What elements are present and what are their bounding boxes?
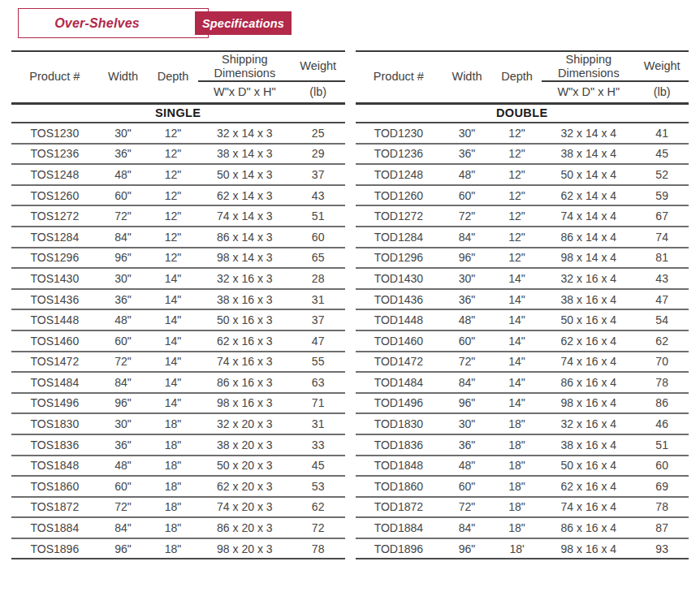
table-cell: TOS1472: [11, 352, 98, 373]
col-header-product: Product #: [11, 51, 98, 103]
table-cell: 14": [148, 393, 198, 414]
col-header-weight: Weight: [292, 51, 345, 81]
table-cell: 12": [492, 144, 542, 165]
table-cell: 60": [98, 330, 149, 352]
table-cell: 50 x 14 x 4: [542, 164, 635, 185]
table-cell: 30": [442, 123, 492, 144]
col-header-shipping-dimensions: Shipping Dimensions: [542, 51, 635, 81]
table-cell: 12": [492, 185, 542, 206]
table-cell: 86 x 14 x 4: [542, 227, 635, 248]
table-cell: 86 x 14 x 3: [198, 227, 292, 248]
table-cell: 32 x 16 x 4: [542, 268, 635, 289]
table-row: TOD184848"18"50 x 16 x 460: [356, 456, 689, 477]
table-cell: 31: [292, 289, 345, 310]
table-cell: 62 x 14 x 4: [542, 185, 635, 206]
col-subheader-dimensions-units: W"x D" x H": [198, 81, 292, 103]
table-cell: 14": [148, 309, 198, 330]
col-header-width: Width: [98, 51, 149, 103]
table-cell: 52: [635, 164, 689, 185]
table-cell: 74 x 16 x 3: [198, 352, 292, 373]
table-cell: 72": [442, 205, 492, 227]
table-cell: 37: [292, 164, 345, 185]
table-cell: 60": [442, 185, 492, 206]
category-label: Over-Shelves: [54, 16, 172, 31]
table-row: TOD146060"14"62 x 16 x 462: [356, 330, 689, 352]
table-cell: TOS1230: [11, 123, 98, 144]
page-header: Over-Shelves Specifications: [0, 0, 700, 47]
table-cell: 48": [98, 309, 149, 330]
table-cell: TOS1236: [11, 144, 98, 165]
table-cell: TOS1272: [11, 205, 98, 227]
table-cell: 32 x 14 x 3: [198, 123, 292, 144]
table-cell: 84": [442, 517, 492, 538]
col-header-depth: Depth: [492, 51, 542, 103]
table-cell: 45: [292, 456, 345, 477]
table-row: TOS127272"12"74 x 14 x 351: [11, 205, 345, 227]
tab-specifications[interactable]: Specifications: [195, 11, 292, 35]
table-cell: 14": [492, 309, 542, 330]
table-cell: 18": [492, 434, 542, 456]
table-cell: 84": [98, 372, 149, 393]
table-cell: 30": [98, 123, 149, 144]
table-row: TOS148484"14"86 x 16 x 363: [11, 372, 345, 393]
table-cell: 30": [98, 413, 149, 434]
table-cell: TOD1248: [356, 164, 443, 185]
table-cell: 32 x 16 x 3: [198, 268, 292, 289]
table-row: TOS126060"12"62 x 14 x 343: [11, 185, 345, 206]
table-row: TOD183030"18"32 x 16 x 446: [356, 413, 689, 434]
table-cell: 50 x 16 x 3: [198, 309, 292, 330]
table-row: TOD148484"14"86 x 16 x 478: [356, 372, 689, 393]
table-cell: 18": [492, 456, 542, 477]
table-cell: 30": [98, 268, 149, 289]
table-cell: TOD1436: [356, 289, 443, 310]
table-cell: 18": [492, 413, 542, 434]
col-header-product: Product #: [356, 51, 443, 103]
table-cell: TOD1448: [356, 309, 443, 330]
table-cell: 43: [292, 185, 345, 206]
table-cell: 38 x 16 x 3: [198, 289, 292, 310]
table-cell: 87: [635, 517, 689, 538]
table-cell: 72": [98, 205, 149, 227]
table-cell: TOS1284: [11, 227, 98, 248]
table-row: TOD123030"12"32 x 14 x 441: [356, 123, 689, 144]
table-cell: 36": [442, 434, 492, 456]
table-row: TOD188484"18"86 x 16 x 487: [356, 517, 689, 538]
table-cell: 86 x 16 x 4: [542, 517, 635, 538]
table-row: TOS183636"18"38 x 20 x 333: [11, 434, 345, 456]
table-cell: TOS1836: [11, 434, 98, 456]
table-cell: 12": [492, 205, 542, 227]
table-cell: 72": [98, 352, 149, 373]
table-cell: TOS1884: [11, 517, 98, 538]
table-cell: 96": [98, 248, 149, 269]
table-cell: 98 x 16 x 3: [198, 393, 292, 414]
table-row: TOD149696"14"98 x 16 x 486: [356, 393, 689, 414]
table-cell: TOS1484: [11, 372, 98, 393]
table-cell: 72": [98, 497, 149, 518]
table-cell: 98 x 16 x 4: [542, 538, 635, 559]
table-cell: TOD1472: [356, 352, 443, 373]
table-cell: 12": [492, 123, 542, 144]
table-row: TOD183636"18"38 x 16 x 451: [356, 434, 689, 456]
table-row: TOD143030"14"32 x 16 x 443: [356, 268, 689, 289]
table-cell: 14": [148, 289, 198, 310]
table-cell: TOD1484: [356, 372, 443, 393]
table-cell: 48": [442, 309, 492, 330]
table-cell: 96": [98, 538, 149, 559]
table-row: TOS147272"14"74 x 16 x 355: [11, 352, 345, 373]
table-cell: 36": [98, 144, 149, 165]
table-row: TOS149696"14"98 x 16 x 371: [11, 393, 345, 414]
table-cell: TOS1496: [11, 393, 98, 414]
table-cell: 67: [635, 205, 689, 227]
table-cell: 71: [292, 393, 345, 414]
table-row: TOS143030"14"32 x 16 x 328: [11, 268, 345, 289]
table-cell: 70: [635, 352, 689, 373]
table-cell: 62 x 16 x 3: [198, 330, 292, 352]
table-cell: 78: [292, 538, 345, 559]
table-cell: 36": [98, 289, 149, 310]
table-cell: 25: [292, 123, 345, 144]
table-cell: 84": [98, 227, 149, 248]
table-cell: 60: [292, 227, 345, 248]
table-cell: 98 x 14 x 3: [198, 248, 292, 269]
table-row: TOS189696"18"98 x 20 x 378: [11, 538, 345, 559]
table-cell: TOD1284: [356, 227, 443, 248]
